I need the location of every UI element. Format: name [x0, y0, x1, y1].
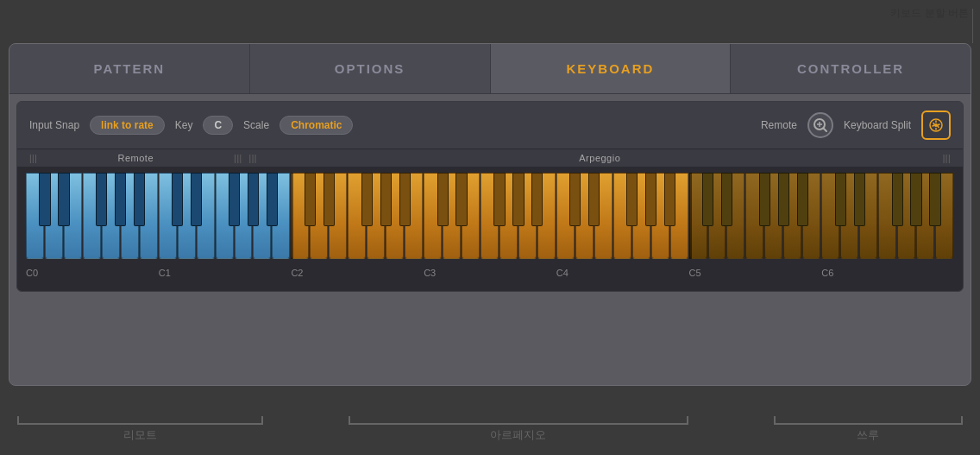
black-key[interactable] [324, 173, 335, 226]
black-key[interactable] [778, 173, 789, 226]
octave-2: C2 [291, 173, 424, 259]
octave-6: C6 [821, 173, 954, 259]
tab-bar: PATTERN OPTIONS KEYBOARD CONTROLLER [9, 44, 971, 94]
annotation-line [972, 9, 973, 43]
keyboard-split-label: Keyboard Split [844, 119, 911, 131]
black-key[interactable] [248, 173, 259, 226]
svg-point-5 [934, 123, 938, 127]
black-key[interactable] [854, 173, 865, 226]
black-key[interactable] [455, 173, 467, 226]
tab-keyboard[interactable]: KEYBOARD [491, 44, 732, 93]
arpeggio-bracket: 아르페지오 [349, 416, 689, 443]
key-value-pill[interactable]: C [203, 116, 233, 135]
tab-options[interactable]: OPTIONS [250, 44, 491, 93]
drag-handle-mid-left[interactable]: ||| [230, 154, 245, 163]
black-key[interactable] [134, 173, 145, 226]
black-key[interactable] [797, 173, 808, 226]
top-annotation: 키보드 분할 버튼 [890, 7, 973, 43]
content-area: Input Snap link to rate Key C Scale Chro… [16, 101, 964, 292]
black-key[interactable] [531, 173, 543, 226]
black-key[interactable] [380, 173, 392, 226]
bottom-annotations: 리모트 아르페지오 쓰루 [17, 416, 963, 443]
key-label: Key [175, 119, 193, 131]
link-to-rate-pill[interactable]: link to rate [90, 116, 165, 135]
black-key[interactable] [58, 173, 69, 226]
drag-handle-right[interactable]: ||| [939, 154, 954, 163]
main-container: PATTERN OPTIONS KEYBOARD CONTROLLER Inpu… [9, 43, 971, 386]
svg-line-1 [823, 129, 826, 132]
scale-label: Scale [243, 119, 269, 131]
black-key[interactable] [39, 173, 50, 226]
thru-bracket: 쓰루 [774, 416, 963, 443]
black-key[interactable] [759, 173, 770, 226]
remote-label: Remote [761, 119, 797, 131]
black-key[interactable] [437, 173, 449, 226]
scale-value-pill[interactable]: Chromatic [280, 116, 353, 135]
octave-1: C1 [159, 173, 292, 259]
black-key[interactable] [399, 173, 411, 226]
drag-handle-mid-right: ||| [246, 154, 261, 163]
black-key[interactable] [835, 173, 846, 226]
octave-3: C3 [424, 173, 556, 259]
octave-5: C5 [689, 173, 822, 259]
black-key[interactable] [361, 173, 373, 226]
remote-section-label: Remote [41, 153, 230, 163]
octave-label-0: C0 [26, 268, 38, 278]
tab-pattern[interactable]: PATTERN [9, 44, 250, 93]
octave-label-4: C4 [556, 268, 569, 278]
octave-label-5: C5 [689, 268, 701, 278]
black-key[interactable] [910, 173, 921, 226]
octave-label-6: C6 [821, 268, 833, 278]
black-key[interactable] [569, 173, 581, 226]
remote-bracket-label: 리모트 [123, 427, 157, 443]
black-key[interactable] [721, 173, 732, 226]
section-labels-row: ||| Remote ||| ||| Arpeggio ||| [17, 149, 963, 167]
keyboard-split-button[interactable] [921, 111, 951, 140]
octave-label-3: C3 [424, 268, 436, 278]
octave-4: C4 [556, 173, 689, 259]
black-key[interactable] [191, 173, 202, 226]
black-key[interactable] [493, 173, 505, 226]
remote-bracket: 리모트 [17, 416, 263, 443]
black-key[interactable] [229, 173, 240, 226]
annotation-text: 키보드 분할 버튼 [890, 7, 969, 21]
black-key[interactable] [305, 173, 316, 226]
octave-label-1: C1 [159, 268, 171, 278]
black-key[interactable] [512, 173, 524, 226]
black-key[interactable] [892, 173, 903, 226]
controls-row: Input Snap link to rate Key C Scale Chro… [17, 102, 963, 149]
black-key[interactable] [172, 173, 183, 226]
input-snap-label: Input Snap [29, 119, 79, 131]
remote-zoom-button[interactable] [807, 112, 833, 138]
thru-bracket-label: 쓰루 [857, 427, 879, 443]
black-key[interactable] [267, 173, 278, 226]
black-key[interactable] [664, 173, 675, 226]
black-key[interactable] [588, 173, 600, 226]
black-key[interactable] [702, 173, 713, 226]
arpeggio-section-label: Arpeggio [261, 153, 939, 163]
arpeggio-bracket-label: 아르페지오 [490, 427, 546, 443]
black-key[interactable] [115, 173, 126, 226]
tab-controller[interactable]: CONTROLLER [731, 44, 971, 93]
octave-0: C0 [26, 173, 159, 259]
piano-wrapper: C0C1C2C3C4C5C6 [17, 167, 963, 291]
piano-keyboard[interactable]: C0C1C2C3C4C5C6 [26, 173, 954, 263]
black-key[interactable] [645, 173, 656, 226]
black-key[interactable] [626, 173, 638, 226]
drag-handle-left: ||| [26, 154, 41, 163]
black-key[interactable] [929, 173, 940, 226]
black-key[interactable] [96, 173, 107, 226]
octave-label-2: C2 [291, 268, 303, 278]
